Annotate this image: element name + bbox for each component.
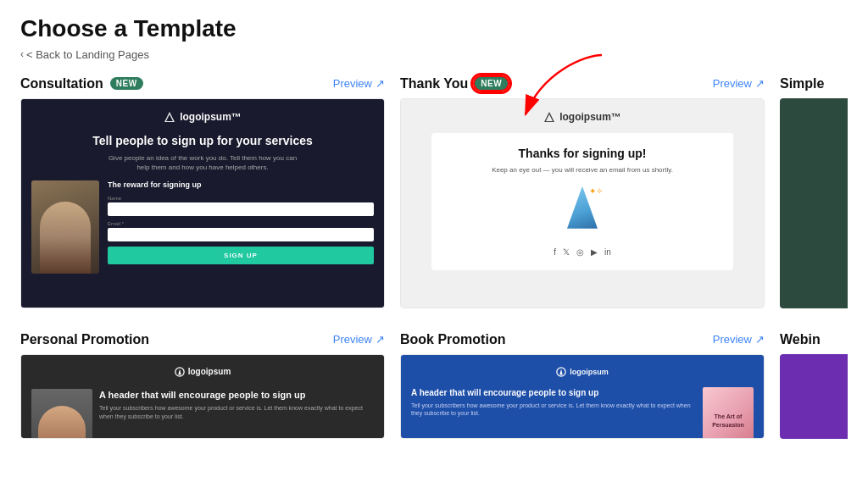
bp-body: A header that will encourage people to s… — [411, 387, 754, 439]
thankyou-logoipsum-icon — [543, 111, 555, 123]
simple-thumbnail[interactable] — [780, 98, 848, 308]
pp-sub: Tell your subscribers how awesome your p… — [99, 404, 374, 421]
template-webinar-header: Webin — [780, 332, 848, 347]
bp-sub: Tell your subscribers how awesome your p… — [411, 402, 696, 419]
thankyou-thumb-content: logoipsum™ Thanks for signing up! Keep a… — [401, 99, 764, 308]
webinar-thumbnail[interactable] — [780, 354, 848, 439]
book-thumb-content: logoipsum A header that will encourage p… — [401, 355, 764, 438]
chevron-left-icon: ‹ — [20, 48, 24, 60]
template-consultation-title: Consultation — [20, 76, 103, 92]
consultation-name-label: Name — [108, 196, 374, 201]
book-promotion-thumbnail[interactable]: logoipsum A header that will encourage p… — [400, 354, 765, 439]
template-thankyou-header: Thank You NEW Preview ↗ — [400, 76, 765, 92]
consultation-email-input — [108, 228, 374, 241]
logoipsum-icon — [164, 111, 175, 123]
consultation-new-badge: NEW — [110, 77, 143, 90]
thankyou-sub: Keep an eye out — you will receive an em… — [443, 165, 721, 175]
pp-preview-link[interactable]: Preview ↗ — [333, 333, 385, 346]
pp-photo — [31, 389, 92, 439]
thankyou-card: Thanks for signing up! Keep an eye out —… — [431, 133, 733, 270]
template-simple-header: Simple — [780, 76, 848, 92]
consultation-thumb-content: logoipsum™ Tell people to sign up for yo… — [21, 99, 384, 308]
thankyou-preview-link[interactable]: Preview ↗ — [713, 77, 765, 90]
consultation-photo — [31, 180, 99, 274]
template-bp-title: Book Promotion — [400, 332, 505, 347]
twitter-icon: 𝕏 — [563, 247, 570, 257]
template-thankyou-title: Thank You — [400, 76, 468, 92]
youtube-icon: ▶ — [591, 247, 598, 257]
thankyou-logo: logoipsum™ — [543, 111, 621, 123]
pp-text: A header that will encourage people to s… — [99, 389, 374, 439]
pp-external-icon: ↗ — [376, 333, 385, 346]
back-to-landing-pages-link[interactable]: ‹ < Back to Landing Pages — [20, 48, 149, 61]
consultation-headline: Tell people to sign up for your services — [92, 133, 313, 148]
template-book-promotion: Book Promotion Preview ↗ logoipsum — [400, 332, 765, 439]
page-container: Choose a Template ‹ < Back to Landing Pa… — [0, 0, 868, 488]
svg-marker-7 — [560, 369, 563, 374]
thankyou-socials: f 𝕏 ◎ ▶ in — [443, 247, 721, 257]
bp-external-icon: ↗ — [755, 333, 765, 346]
thankyou-external-icon: ↗ — [755, 77, 765, 90]
template-consultation: Consultation NEW Preview ↗ logoipsum™ — [20, 76, 385, 308]
thankyou-headline: Thanks for signing up! — [443, 147, 721, 160]
facebook-icon: f — [554, 247, 556, 257]
template-pp-title-row: Personal Promotion — [20, 332, 149, 347]
templates-grid-row2: Personal Promotion Preview ↗ logoipsum — [20, 332, 848, 451]
template-thankyou: Thank You NEW Preview ↗ logoipsum™ — [400, 76, 765, 308]
consultation-preview-link[interactable]: Preview ↗ — [333, 77, 385, 90]
template-consultation-header: Consultation NEW Preview ↗ — [20, 76, 385, 92]
template-webinar-title: Webin — [780, 332, 821, 347]
templates-grid-row1: Consultation NEW Preview ↗ logoipsum™ — [20, 76, 848, 320]
bp-logoipsum-icon — [556, 367, 566, 377]
template-simple: Simple — [780, 76, 848, 308]
bp-preview-label: Preview — [713, 333, 752, 346]
template-personal-promotion-header: Personal Promotion Preview ↗ — [20, 332, 385, 347]
page-title: Choose a Template — [20, 15, 848, 42]
consultation-thumbnail[interactable]: logoipsum™ Tell people to sign up for yo… — [20, 98, 385, 308]
thankyou-preview-label: Preview — [713, 77, 752, 90]
back-link-label: < Back to Landing Pages — [26, 48, 149, 61]
consultation-form: The reward for signing up Name Email * S… — [108, 180, 374, 264]
linkedin-icon: in — [604, 247, 611, 257]
thankyou-thumbnail[interactable]: logoipsum™ Thanks for signing up! Keep a… — [400, 98, 765, 308]
pp-headline: A header that will encourage people to s… — [99, 389, 374, 401]
template-bp-title-row: Book Promotion — [400, 332, 505, 347]
template-simple-title: Simple — [780, 76, 824, 92]
consultation-external-icon: ↗ — [376, 77, 385, 90]
thankyou-party-graphic: ✦✧ — [562, 186, 603, 237]
instagram-icon: ◎ — [576, 247, 584, 257]
consultation-name-input — [108, 202, 374, 216]
bp-preview-link[interactable]: Preview ↗ — [713, 333, 765, 346]
pp-logo: logoipsum — [175, 367, 231, 377]
consultation-sub: Give people an idea of the work you do. … — [108, 153, 297, 172]
consultation-form-title: The reward for signing up — [108, 180, 374, 189]
consultation-body: The reward for signing up Name Email * S… — [31, 180, 374, 274]
bp-headline: A header that will encourage people to s… — [411, 387, 696, 398]
template-webinar: Webin — [780, 332, 848, 439]
pp-logoipsum-icon — [175, 367, 185, 377]
personal-promotion-thumbnail[interactable]: logoipsum A header that will encourage p… — [20, 354, 385, 439]
bp-logo: logoipsum — [556, 367, 609, 377]
personal-thumb-content: logoipsum A header that will encourage p… — [21, 355, 384, 438]
template-book-promotion-header: Book Promotion Preview ↗ — [400, 332, 765, 347]
consultation-logo: logoipsum™ — [164, 111, 242, 123]
consultation-email-label: Email * — [108, 221, 374, 226]
bp-text: A header that will encourage people to s… — [411, 387, 696, 439]
confetti-icon: ✦✧ — [589, 186, 603, 196]
template-personal-promotion: Personal Promotion Preview ↗ logoipsum — [20, 332, 385, 439]
consultation-signup-btn: SIGN UP — [108, 247, 374, 264]
template-thankyou-title-row: Thank You NEW — [400, 76, 508, 92]
template-consultation-title-row: Consultation NEW — [20, 76, 143, 92]
bp-book-cover: The Art ofPersuasion — [703, 387, 754, 439]
thankyou-new-badge: NEW — [475, 77, 508, 90]
pp-body: A header that will encourage people to s… — [31, 389, 374, 439]
template-pp-title: Personal Promotion — [20, 332, 149, 347]
pp-preview-label: Preview — [333, 333, 372, 346]
consultation-preview-label: Preview — [333, 77, 372, 90]
svg-marker-5 — [178, 369, 181, 374]
